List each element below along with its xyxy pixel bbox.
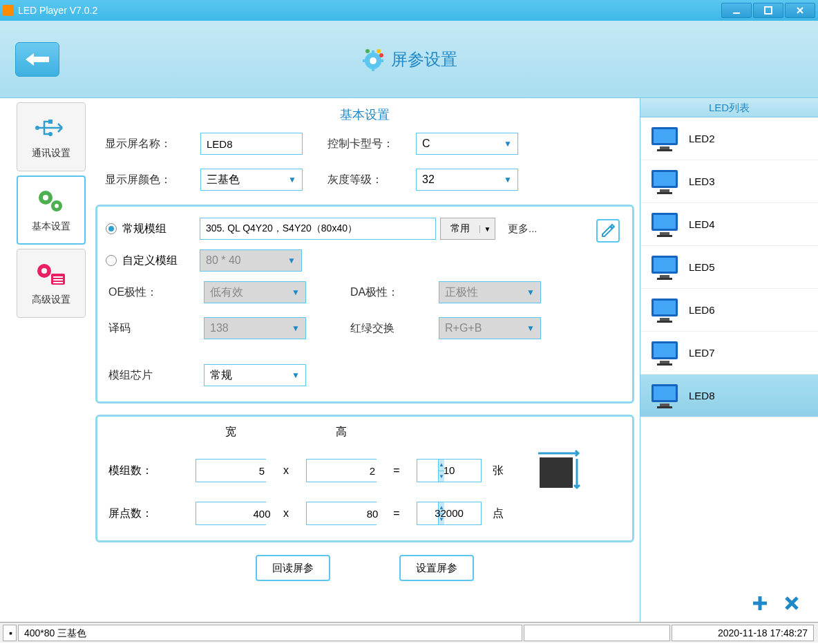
tab-advanced-settings[interactable]: 高级设置 [17,249,86,318]
rgb-select: R+G+B▼ [439,317,541,339]
module-panel: 常规模组 常用▼ 更多... 自定义模组 80 * 40▼ OE极性： 低有效▼ [95,205,634,404]
dot-width-spinner[interactable]: ▲▼ [196,502,266,525]
monitor-icon [650,169,679,195]
led-list-item[interactable]: LED7 [640,332,818,375]
side-tabs: 通讯设置 基本设置 高级设置 [0,98,90,622]
svg-point-9 [377,49,381,53]
led-list-item[interactable]: LED8 [640,375,818,417]
svg-rect-32 [657,192,672,194]
oe-select: 低有效▼ [204,281,306,303]
svg-rect-26 [654,129,676,143]
card-model-select[interactable]: C▼ [416,133,518,155]
led-list-item[interactable]: LED3 [640,160,818,203]
dot-total: 32000 [417,502,482,525]
pencil-icon [600,223,616,238]
led-list-item[interactable]: LED6 [640,289,818,332]
tab-label: 基本设置 [32,220,70,233]
module-desc-input[interactable] [200,218,436,240]
svg-point-11 [35,126,39,130]
label-screen-color: 显示屏颜色： [105,173,200,187]
edit-button[interactable] [596,219,620,243]
svg-rect-44 [657,321,672,323]
svg-rect-23 [53,282,63,283]
close-button[interactable] [785,3,815,18]
led-list-title: LED列表 [640,98,818,117]
gear-list-icon [35,261,68,288]
radio-custom-module[interactable]: 自定义模组 [106,254,200,268]
svg-rect-35 [660,232,669,235]
status-datetime: 2020-11-18 17:48:27 [672,625,814,641]
gears-icon [35,187,68,215]
module-height-spinner[interactable]: ▲▼ [306,459,377,482]
section-title: 基本设置 [95,106,634,123]
svg-rect-30 [654,172,676,186]
svg-rect-24 [540,457,573,488]
statusbar: ▪ 400*80 三基色 2020-11-18 17:48:27 [0,622,818,643]
tab-comm-settings[interactable]: 通讯设置 [17,102,86,171]
monitor-icon [650,340,679,366]
label-screen-dots: 屏点数： [104,506,196,521]
titlebar: LED Player V7.0.2 [0,0,818,21]
svg-point-3 [370,57,377,64]
label-screen-name: 显示屏名称： [105,137,200,151]
led-list-item[interactable]: LED4 [640,203,818,246]
svg-point-17 [55,204,59,208]
da-select: 正极性▼ [439,281,541,303]
header-width: 宽 [196,425,266,439]
svg-rect-31 [660,189,669,192]
svg-point-15 [43,195,48,200]
svg-rect-36 [657,235,672,237]
more-link[interactable]: 更多... [508,222,538,236]
monitor-icon [650,254,679,281]
common-dropdown-button[interactable]: 常用▼ [440,218,495,240]
set-params-button[interactable]: 设置屏参 [399,555,474,581]
dimension-panel: 宽 高 模组数： ▲▼ x ▲▼ = 10 张 [95,415,634,542]
svg-rect-43 [660,318,669,321]
svg-rect-47 [660,361,669,363]
radio-icon [106,223,117,234]
maximize-button[interactable] [753,3,783,18]
svg-rect-21 [53,276,63,278]
svg-point-10 [379,53,383,57]
svg-rect-52 [657,406,672,408]
settings-gear-icon [361,47,386,72]
label-module-count: 模组数： [104,464,196,478]
label-gray-level: 灰度等级： [327,173,416,187]
svg-point-19 [41,268,47,274]
custom-size-select: 80 * 40▼ [200,249,302,272]
label-card-model: 控制卡型号： [327,137,416,151]
minimize-button[interactable] [721,3,752,18]
tab-basic-settings[interactable]: 基本设置 [17,176,86,245]
svg-rect-38 [654,258,676,272]
monitor-icon [650,383,679,409]
dot-height-spinner[interactable]: ▲▼ [306,502,377,525]
read-params-button[interactable]: 回读屏参 [256,555,330,581]
svg-point-8 [365,49,370,53]
led-list-item[interactable]: LED2 [640,117,818,160]
svg-rect-0 [733,12,740,14]
radio-normal-module[interactable]: 常规模组 [106,222,200,236]
decode-select: 138▼ [204,317,306,339]
chip-select[interactable]: 常规▼ [204,364,306,386]
monitor-icon [650,126,679,152]
back-button[interactable] [15,42,59,77]
svg-rect-28 [657,149,672,151]
add-led-button[interactable] [750,594,770,613]
status-icon: ▪ [3,625,17,641]
gray-level-select[interactable]: 32▼ [416,169,518,191]
svg-rect-46 [654,343,676,357]
led-list-item[interactable]: LED5 [640,246,818,289]
svg-rect-27 [660,146,669,149]
module-total: 10 [417,459,482,482]
screen-name-input[interactable] [200,133,303,155]
svg-rect-22 [53,279,63,281]
screen-color-select[interactable]: 三基色▼ [200,169,303,191]
app-title: LED Player V7.0.2 [18,5,97,16]
module-width-spinner[interactable]: ▲▼ [196,459,266,482]
svg-rect-6 [363,59,367,62]
svg-rect-39 [660,275,669,278]
led-list-panel: LED列表 LED2LED3LED4LED5LED6LED7LED8 [640,98,818,622]
delete-led-button[interactable] [782,594,801,613]
grid-illustration [534,449,584,492]
svg-rect-50 [654,386,676,400]
